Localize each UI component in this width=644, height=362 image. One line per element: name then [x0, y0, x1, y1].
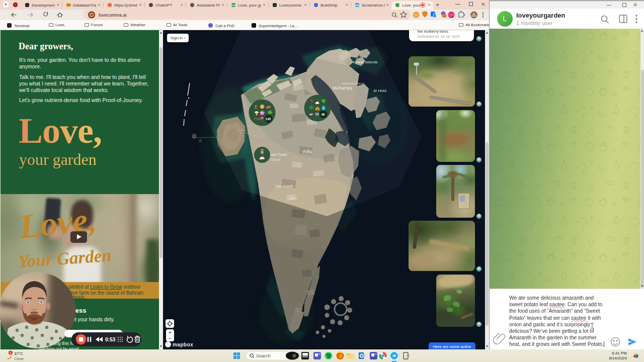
svg-text:6:41 PM: 6:41 PM: [612, 351, 627, 355]
svg-text:37°C: 37°C: [14, 351, 23, 356]
svg-text:149: 149: [266, 117, 271, 121]
svg-text:0:53: 0:53: [105, 337, 115, 342]
svg-text:Your Garden: Your Garden: [18, 245, 112, 272]
svg-text:lovecomma.ai: lovecomma.ai: [99, 13, 127, 18]
svg-text:46: 46: [321, 113, 325, 116]
svg-text:E: E: [255, 104, 258, 110]
svg-text:Search: Search: [256, 353, 271, 358]
svg-text:Clear: Clear: [14, 356, 24, 361]
svg-text:?: ?: [415, 13, 417, 18]
svg-text:8/14/2024: 8/14/2024: [609, 356, 627, 360]
